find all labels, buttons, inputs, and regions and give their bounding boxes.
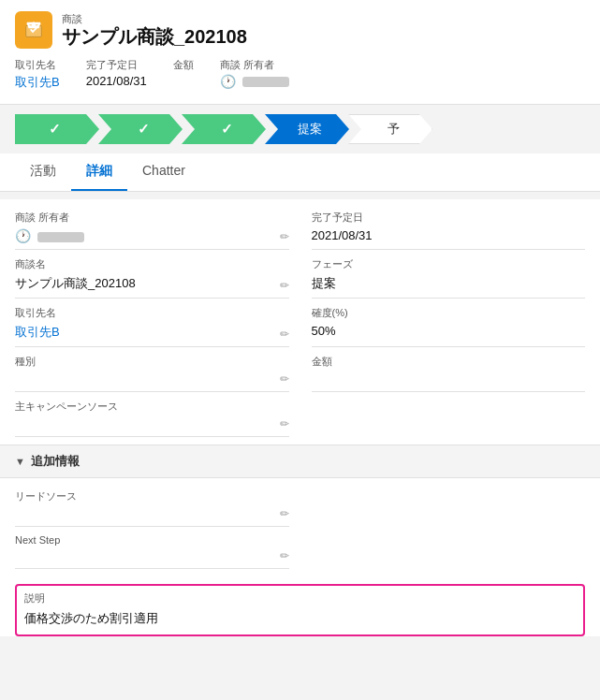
owner-label: 商談 所有者 bbox=[15, 211, 289, 225]
field-lead-source: リードソース ✏ bbox=[15, 489, 289, 527]
name-value: サンプル商談_202108 bbox=[15, 273, 289, 294]
field-description: 説明 価格交渉のため割引適用 bbox=[15, 584, 585, 636]
next-step-value bbox=[15, 547, 289, 564]
header: 商談 サンプル商談_202108 取引先名 取引先B 完了予定日 2021/08… bbox=[0, 0, 600, 105]
field-next-step: Next Step ✏ bbox=[15, 534, 289, 569]
stage-2[interactable] bbox=[98, 114, 183, 144]
additional-fields: リードソース ✏ Next Step ✏ bbox=[0, 478, 600, 576]
row-campaign: 主キャンペーンソース ✏ bbox=[15, 400, 585, 445]
account-field-link[interactable]: 取引先B bbox=[15, 325, 60, 339]
owner-value: 🕐 bbox=[15, 226, 289, 245]
row-type-amount: 種別 ✏ 金額 bbox=[15, 355, 585, 400]
type-label: 種別 bbox=[15, 355, 289, 369]
type-value bbox=[15, 371, 289, 387]
field-type: 種別 ✏ bbox=[15, 355, 289, 392]
account-value: 取引先B bbox=[15, 322, 289, 343]
probability-label: 確度(%) bbox=[312, 306, 586, 320]
field-amount: 金額 bbox=[312, 355, 586, 392]
account-link[interactable]: 取引先B bbox=[15, 75, 60, 89]
phase-label: フェーズ bbox=[312, 257, 586, 271]
tab-activity[interactable]: 活動 bbox=[15, 153, 71, 191]
stage-5-label: 予 bbox=[388, 121, 400, 138]
owner-icon: 🕐 bbox=[220, 74, 236, 89]
due-date-value: 2021/08/31 bbox=[312, 226, 586, 244]
amount-value bbox=[312, 371, 586, 387]
lead-source-label: リードソース bbox=[15, 489, 289, 503]
header-field-account: 取引先名 取引先B bbox=[15, 58, 60, 91]
account-label: 取引先名 bbox=[15, 306, 289, 320]
stage-3[interactable] bbox=[182, 114, 266, 144]
row-lead-source: リードソース ✏ bbox=[15, 489, 585, 534]
chevron-down-icon: ▼ bbox=[15, 456, 25, 467]
main-fields: 商談 所有者 🕐 ✏ 完了予定日 2021/08/31 商談名 サンプル商談_2… bbox=[0, 199, 600, 445]
empty-col-2 bbox=[312, 489, 586, 534]
owner-field-icon: 🕐 bbox=[15, 228, 31, 243]
field-probability: 確度(%) 50% bbox=[312, 306, 586, 347]
name-edit-icon[interactable]: ✏ bbox=[280, 279, 289, 292]
lead-source-edit-icon[interactable]: ✏ bbox=[280, 507, 289, 520]
field-campaign: 主キャンペーンソース ✏ bbox=[15, 400, 289, 437]
header-field-amount: 金額 bbox=[173, 58, 194, 88]
field-phase: フェーズ 提案 bbox=[312, 257, 586, 299]
account-edit-icon[interactable]: ✏ bbox=[280, 328, 289, 341]
row-next-step: Next Step ✏ bbox=[15, 534, 585, 576]
campaign-edit-icon[interactable]: ✏ bbox=[280, 417, 289, 430]
row-account-prob: 取引先名 取引先B ✏ 確度(%) 50% bbox=[15, 306, 585, 355]
header-top: 商談 サンプル商談_202108 bbox=[15, 11, 585, 49]
form-content: 商談 所有者 🕐 ✏ 完了予定日 2021/08/31 商談名 サンプル商談_2… bbox=[0, 199, 600, 636]
due-date-label: 完了予定日 bbox=[312, 211, 586, 225]
additional-section-title: 追加情報 bbox=[31, 453, 80, 470]
row-owner-duedate: 商談 所有者 🕐 ✏ 完了予定日 2021/08/31 bbox=[15, 211, 585, 257]
header-title: サンプル商談_202108 bbox=[62, 25, 247, 48]
name-label: 商談名 bbox=[15, 257, 289, 271]
row-name-phase: 商談名 サンプル商談_202108 ✏ フェーズ 提案 bbox=[15, 257, 585, 306]
description-value: 価格交渉のため割引適用 bbox=[24, 608, 576, 629]
tab-chatter[interactable]: Chatter bbox=[127, 153, 200, 191]
stage-5[interactable]: 予 bbox=[348, 114, 432, 144]
empty-col bbox=[312, 400, 586, 445]
field-account: 取引先名 取引先B ✏ bbox=[15, 306, 289, 347]
owner-field-blur bbox=[37, 232, 84, 242]
stage-4-label: 提案 bbox=[298, 121, 322, 138]
owner-name-blur bbox=[242, 77, 289, 87]
header-field-due-date: 完了予定日 2021/08/31 bbox=[86, 58, 147, 88]
tab-detail[interactable]: 詳細 bbox=[71, 153, 127, 191]
empty-col-3 bbox=[312, 534, 586, 576]
header-text: 商談 サンプル商談_202108 bbox=[62, 12, 247, 48]
stage-3-check bbox=[221, 121, 233, 138]
phase-value: 提案 bbox=[312, 273, 586, 294]
next-step-label: Next Step bbox=[15, 534, 289, 546]
stage-1-check bbox=[49, 121, 61, 138]
header-fields: 取引先名 取引先B 完了予定日 2021/08/31 金額 商談 所有者 🕐 bbox=[15, 58, 585, 91]
stage-2-check bbox=[138, 121, 150, 138]
probability-value: 50% bbox=[312, 322, 586, 340]
header-field-owner: 商談 所有者 🕐 bbox=[220, 58, 289, 89]
stage-1[interactable] bbox=[15, 114, 99, 144]
field-owner: 商談 所有者 🕐 ✏ bbox=[15, 211, 289, 250]
field-name: 商談名 サンプル商談_202108 ✏ bbox=[15, 257, 289, 299]
tabs: 活動 詳細 Chatter bbox=[0, 153, 600, 192]
additional-section-header[interactable]: ▼ 追加情報 bbox=[0, 445, 600, 478]
field-due-date: 完了予定日 2021/08/31 bbox=[312, 211, 586, 250]
type-edit-icon[interactable]: ✏ bbox=[280, 372, 289, 386]
next-step-edit-icon[interactable]: ✏ bbox=[280, 549, 289, 562]
stage-bar: 提案 予 bbox=[0, 105, 600, 153]
opportunity-icon bbox=[15, 11, 52, 49]
amount-label: 金額 bbox=[312, 355, 586, 369]
stage-4[interactable]: 提案 bbox=[265, 114, 349, 144]
campaign-value bbox=[15, 416, 289, 432]
owner-edit-icon[interactable]: ✏ bbox=[280, 230, 289, 243]
header-subtitle: 商談 bbox=[62, 12, 247, 25]
description-label: 説明 bbox=[24, 591, 576, 605]
lead-source-value bbox=[15, 505, 289, 522]
campaign-label: 主キャンペーンソース bbox=[15, 400, 289, 414]
